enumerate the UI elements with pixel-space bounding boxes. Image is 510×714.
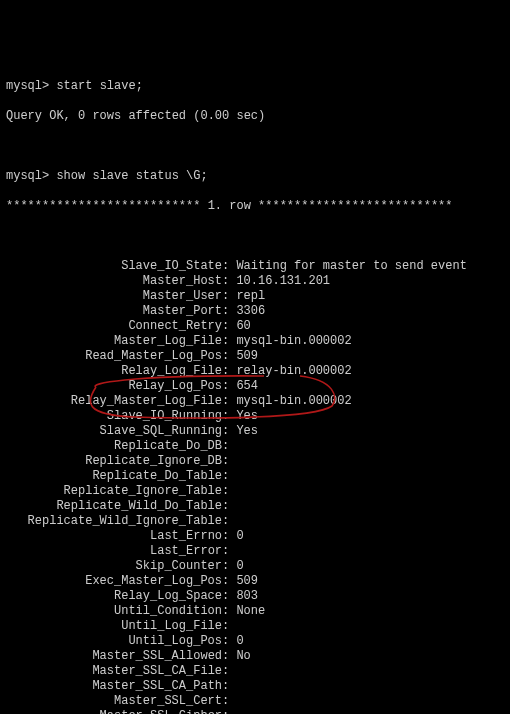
colon: : (222, 304, 229, 318)
status-field-row: Relay_Log_File:relay-bin.000002 (6, 364, 504, 379)
status-field-row: Until_Log_Pos:0 (6, 634, 504, 649)
field-label: Until_Condition (6, 604, 222, 619)
colon: : (222, 619, 229, 633)
field-label: Connect_Retry (6, 319, 222, 334)
status-field-row: Replicate_Ignore_Table: (6, 484, 504, 499)
field-label: Last_Error (6, 544, 222, 559)
blank-line (6, 139, 504, 154)
colon: : (222, 424, 229, 438)
status-field-row: Master_SSL_CA_File: (6, 664, 504, 679)
row-header: *************************** 1. row *****… (6, 199, 504, 214)
field-value: 60 (236, 319, 250, 333)
field-label: Slave_SQL_Running (6, 424, 222, 439)
status-field-row: Replicate_Wild_Ignore_Table: (6, 514, 504, 529)
field-label: Master_SSL_Cipher (6, 709, 222, 714)
colon: : (222, 499, 229, 513)
colon: : (222, 559, 229, 573)
status-field-row: Until_Condition:None (6, 604, 504, 619)
colon: : (222, 349, 229, 363)
colon: : (222, 709, 229, 714)
colon: : (222, 259, 229, 273)
field-value: Yes (236, 409, 258, 423)
field-value: 654 (236, 379, 258, 393)
status-field-row: Last_Error: (6, 544, 504, 559)
field-label: Master_SSL_Allowed (6, 649, 222, 664)
colon: : (222, 319, 229, 333)
status-field-row: Read_Master_Log_Pos:509 (6, 349, 504, 364)
colon: : (222, 454, 229, 468)
field-label: Relay_Log_Pos (6, 379, 222, 394)
field-value: 0 (236, 529, 243, 543)
status-field-row: Relay_Master_Log_File:mysql-bin.000002 (6, 394, 504, 409)
field-value: 803 (236, 589, 258, 603)
field-label: Relay_Log_File (6, 364, 222, 379)
colon: : (222, 649, 229, 663)
field-value: 0 (236, 559, 243, 573)
cmd-line-2: mysql> show slave status \G; (6, 169, 504, 184)
status-field-row: Master_SSL_Cert: (6, 694, 504, 709)
field-value: repl (236, 289, 265, 303)
status-field-row: Replicate_Ignore_DB: (6, 454, 504, 469)
status-field-row: Master_Host:10.16.131.201 (6, 274, 504, 289)
status-field-row: Master_Port:3306 (6, 304, 504, 319)
colon: : (222, 484, 229, 498)
stars-left: *************************** (6, 199, 200, 213)
prompt: mysql> (6, 169, 49, 183)
status-field-row: Relay_Log_Space:803 (6, 589, 504, 604)
colon: : (222, 364, 229, 378)
field-value: No (236, 649, 250, 663)
field-label: Master_SSL_Cert (6, 694, 222, 709)
field-label: Until_Log_Pos (6, 634, 222, 649)
field-value: 509 (236, 349, 258, 363)
colon: : (222, 589, 229, 603)
cmd1-result: Query OK, 0 rows affected (0.00 sec) (6, 109, 504, 124)
colon: : (222, 694, 229, 708)
terminal-output: mysql> start slave; Query OK, 0 rows aff… (6, 64, 504, 714)
colon: : (222, 379, 229, 393)
colon: : (222, 274, 229, 288)
prompt: mysql> (6, 79, 49, 93)
field-label: Read_Master_Log_Pos (6, 349, 222, 364)
field-value: Waiting for master to send event (236, 259, 466, 273)
field-label: Slave_IO_State (6, 259, 222, 274)
colon: : (222, 394, 229, 408)
status-field-row: Master_SSL_Allowed:No (6, 649, 504, 664)
field-value: 3306 (236, 304, 265, 318)
cmd-line-1: mysql> start slave; (6, 79, 504, 94)
status-field-row: Master_Log_File:mysql-bin.000002 (6, 334, 504, 349)
field-value: mysql-bin.000002 (236, 394, 351, 408)
field-value: None (236, 604, 265, 618)
fields-container: Slave_IO_State:Waiting for master to sen… (6, 259, 504, 714)
status-fields-block: Slave_IO_State:Waiting for master to sen… (6, 229, 504, 714)
status-field-row: Replicate_Wild_Do_Table: (6, 499, 504, 514)
field-label: Last_Errno (6, 529, 222, 544)
field-value: 509 (236, 574, 258, 588)
colon: : (222, 664, 229, 678)
field-label: Replicate_Wild_Do_Table (6, 499, 222, 514)
field-label: Master_Host (6, 274, 222, 289)
status-field-row: Slave_SQL_Running:Yes (6, 424, 504, 439)
field-label: Replicate_Ignore_Table (6, 484, 222, 499)
row-header-mid: 1. row (200, 199, 258, 213)
field-value: mysql-bin.000002 (236, 334, 351, 348)
colon: : (222, 514, 229, 528)
colon: : (222, 679, 229, 693)
status-field-row: Slave_IO_Running:Yes (6, 409, 504, 424)
field-label: Relay_Log_Space (6, 589, 222, 604)
status-field-row: Replicate_Do_Table: (6, 469, 504, 484)
status-field-row: Until_Log_File: (6, 619, 504, 634)
status-field-row: Replicate_Do_DB: (6, 439, 504, 454)
command-text: start slave; (56, 79, 142, 93)
field-label: Exec_Master_Log_Pos (6, 574, 222, 589)
field-label: Master_SSL_CA_Path (6, 679, 222, 694)
field-label: Master_Port (6, 304, 222, 319)
field-value: 0 (236, 634, 243, 648)
status-field-row: Relay_Log_Pos:654 (6, 379, 504, 394)
status-field-row: Exec_Master_Log_Pos:509 (6, 574, 504, 589)
field-label: Until_Log_File (6, 619, 222, 634)
field-value: relay-bin.000002 (236, 364, 351, 378)
status-field-row: Slave_IO_State:Waiting for master to sen… (6, 259, 504, 274)
colon: : (222, 544, 229, 558)
field-label: Slave_IO_Running (6, 409, 222, 424)
colon: : (222, 634, 229, 648)
